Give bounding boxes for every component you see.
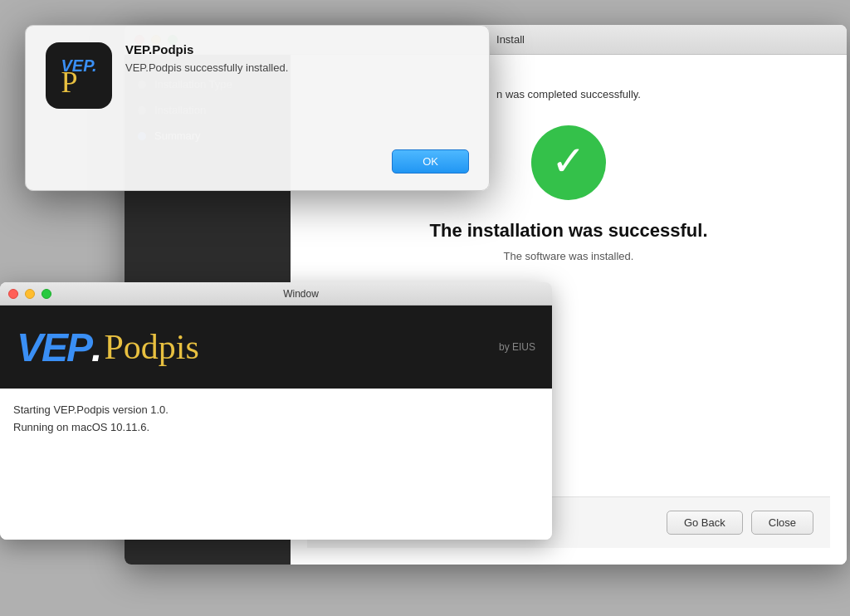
app-icon: VEP. P <box>46 42 112 109</box>
app-icon-p-text: P <box>61 71 78 95</box>
vep-close-button[interactable] <box>8 289 18 299</box>
vep-window-title: Window <box>58 288 544 300</box>
vep-logo-dot: . <box>91 325 102 370</box>
vep-podpis-window: Window VEP . Podpis by EIUS Starting VEP… <box>0 282 552 540</box>
vep-script-text: Podpis <box>104 327 198 367</box>
go-back-button[interactable]: Go Back <box>667 511 743 535</box>
vep-log-line2: Running on macOS 10.11.6. <box>13 419 539 437</box>
notification-title: VEP.Podpis <box>125 42 469 56</box>
success-title: The installation was successful. <box>430 220 708 242</box>
notification-top: VEP. P VEP.Podpis VEP.Podpis successfull… <box>46 42 469 136</box>
completion-text: n was completed successfully. <box>496 88 641 100</box>
vep-titlebar: Window <box>0 282 552 306</box>
vep-log-content: Starting VEP.Podpis version 1.0. Running… <box>0 389 552 540</box>
notification-footer: OK <box>46 149 469 174</box>
notification-text-block: VEP.Podpis VEP.Podpis successfully insta… <box>125 42 469 74</box>
success-circle: ✓ <box>531 125 606 200</box>
vep-log-line1: Starting VEP.Podpis version 1.0. <box>13 402 539 419</box>
vep-minimize-button[interactable] <box>25 289 35 299</box>
vep-logo-text: VEP <box>17 325 91 370</box>
vep-maximize-button[interactable] <box>42 289 51 299</box>
vep-banner: VEP . Podpis by EIUS <box>0 306 552 389</box>
notification-dialog: VEP. P VEP.Podpis VEP.Podpis successfull… <box>25 25 490 191</box>
app-icon-inner: VEP. P <box>56 52 102 100</box>
ok-button[interactable]: OK <box>392 149 469 174</box>
check-icon: ✓ <box>551 140 586 182</box>
notification-message: VEP.Podpis successfully installed. <box>125 61 469 74</box>
vep-byeius-text: by EIUS <box>499 341 535 353</box>
success-subtitle: The software was installed. <box>504 250 634 262</box>
close-installer-button[interactable]: Close <box>751 511 813 535</box>
